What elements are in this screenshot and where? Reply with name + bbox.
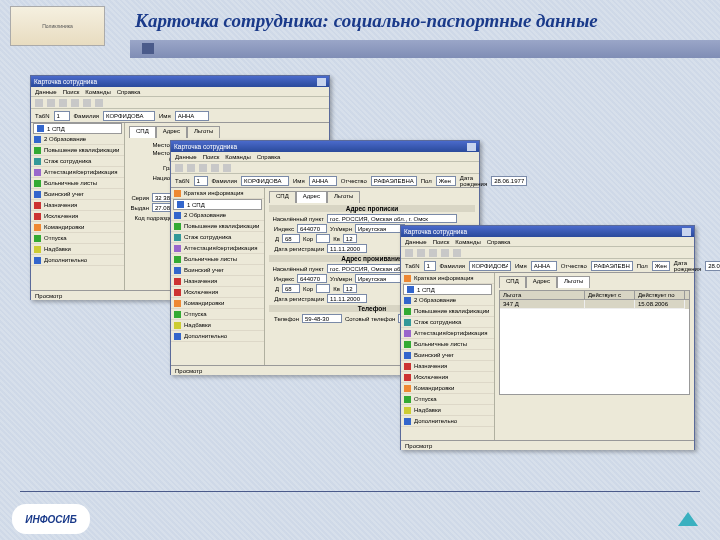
tabn-input[interactable] <box>424 261 436 271</box>
menu-item[interactable]: Справка <box>257 154 281 160</box>
datereg-input[interactable] <box>327 244 367 253</box>
sidebar-item[interactable]: Стаж сотрудника <box>171 232 264 243</box>
sidebar-item[interactable]: Больничные листы <box>171 254 264 265</box>
sidebar-item[interactable]: Исключения <box>401 372 494 383</box>
sidebar-item[interactable]: Краткая информация <box>401 273 494 284</box>
sidebar-item[interactable]: Надбавки <box>171 320 264 331</box>
tab-adres[interactable]: Адрес <box>526 276 557 288</box>
tab-adres[interactable]: Адрес <box>296 191 327 203</box>
sidebar-item-spd[interactable]: 1 СПД <box>403 284 492 295</box>
index2-input[interactable] <box>297 274 327 283</box>
toolbar-icon[interactable] <box>95 99 103 107</box>
sidebar-item[interactable]: Дополнительно <box>31 255 124 266</box>
titlebar[interactable]: Карточка сотрудника <box>171 141 479 152</box>
menu-item[interactable]: Справка <box>487 239 511 245</box>
pol-input[interactable] <box>436 176 456 186</box>
tabn-input[interactable] <box>54 111 70 121</box>
toolbar-icon[interactable] <box>429 249 437 257</box>
menu-item[interactable]: Команды <box>225 154 250 160</box>
sidebar-item[interactable]: Аттестация/сертификация <box>171 243 264 254</box>
grid-body[interactable]: 347 Д 15.08.2006 <box>499 300 690 395</box>
sidebar-item[interactable]: Стаж сотрудника <box>401 317 494 328</box>
sidebar-item[interactable]: Назначения <box>401 361 494 372</box>
menubar[interactable]: Данные Поиск Команды Справка <box>31 87 329 97</box>
sidebar-item[interactable]: 2 Образование <box>171 210 264 221</box>
toolbar-icon[interactable] <box>71 99 79 107</box>
sidebar-item[interactable]: Воинский учет <box>171 265 264 276</box>
tabn-input[interactable] <box>194 176 208 186</box>
menubar[interactable]: Данные Поиск Команды Справка <box>171 152 479 162</box>
sidebar-item-spd[interactable]: 1 СПД <box>173 199 262 210</box>
sidebar-item[interactable]: Воинский учет <box>401 350 494 361</box>
street2-input[interactable] <box>355 274 405 283</box>
sidebar-item[interactable]: Надбавки <box>31 244 124 255</box>
sidebar-item[interactable]: Стаж сотрудника <box>31 156 124 167</box>
tab-lgoty[interactable]: Льготы <box>327 191 360 203</box>
otch-input[interactable] <box>371 176 417 186</box>
toolbar-icon[interactable] <box>223 164 231 172</box>
sidebar-item[interactable]: Отпуска <box>401 394 494 405</box>
menu-item[interactable]: Поиск <box>203 154 220 160</box>
tab-spd[interactable]: СПД <box>129 126 156 138</box>
datereg2-input[interactable] <box>327 294 367 303</box>
toolbar-icon[interactable] <box>83 99 91 107</box>
menu-item[interactable]: Данные <box>405 239 427 245</box>
tab-adres[interactable]: Адрес <box>156 126 187 138</box>
korp2-input[interactable] <box>316 284 330 293</box>
menu-item[interactable]: Команды <box>85 89 110 95</box>
nav-up-icon[interactable] <box>678 512 698 526</box>
dob-input[interactable] <box>705 261 720 271</box>
tab-spd[interactable]: СПД <box>499 276 526 288</box>
menubar[interactable]: Данные Поиск Команды Справка <box>401 237 694 247</box>
sidebar-item[interactable]: Исключения <box>31 211 124 222</box>
kv-input[interactable] <box>343 234 357 243</box>
menu-item[interactable]: Поиск <box>63 89 80 95</box>
toolbar-icon[interactable] <box>405 249 413 257</box>
close-icon[interactable] <box>682 228 691 236</box>
sidebar-item-spd[interactable]: 1 СПД <box>33 123 122 134</box>
menu-item[interactable]: Данные <box>175 154 197 160</box>
kv2-input[interactable] <box>343 284 357 293</box>
index-input[interactable] <box>297 224 327 233</box>
fam-input[interactable] <box>241 176 289 186</box>
close-icon[interactable] <box>317 78 326 86</box>
name-input[interactable] <box>175 111 209 121</box>
sidebar-item[interactable]: Больничные листы <box>401 339 494 350</box>
toolbar-icon[interactable] <box>59 99 67 107</box>
sidebar-item[interactable]: Назначения <box>171 276 264 287</box>
sidebar-item[interactable]: Назначения <box>31 200 124 211</box>
sidebar-item[interactable]: Повышение квалификации <box>401 306 494 317</box>
sidebar-item[interactable]: Дополнительно <box>171 331 264 342</box>
grid-row[interactable]: 347 Д 15.08.2006 <box>500 300 689 309</box>
sidebar-item[interactable]: Командировки <box>31 222 124 233</box>
fam-input[interactable] <box>103 111 155 121</box>
sidebar-item[interactable]: Надбавки <box>401 405 494 416</box>
toolbar-icon[interactable] <box>453 249 461 257</box>
house-input[interactable] <box>282 234 300 243</box>
street-input[interactable] <box>355 224 405 233</box>
sidebar-item[interactable]: Больничные листы <box>31 178 124 189</box>
toolbar-icon[interactable] <box>199 164 207 172</box>
name-input[interactable] <box>309 176 337 186</box>
sidebar-item[interactable]: Воинский учет <box>31 189 124 200</box>
sidebar-item[interactable]: Повышение квалификации <box>171 221 264 232</box>
sidebar-item[interactable]: Аттестация/сертификация <box>401 328 494 339</box>
sidebar-item[interactable]: Повышение квалификации <box>31 145 124 156</box>
house2-input[interactable] <box>282 284 300 293</box>
tab-lgoty[interactable]: Льготы <box>557 276 590 288</box>
menu-item[interactable]: Поиск <box>433 239 450 245</box>
dob-input[interactable] <box>491 176 527 186</box>
sidebar-item[interactable]: Дополнительно <box>401 416 494 427</box>
toolbar-icon[interactable] <box>211 164 219 172</box>
toolbar-icon[interactable] <box>175 164 183 172</box>
menu-item[interactable]: Справка <box>117 89 141 95</box>
sidebar-item[interactable]: Отпуска <box>31 233 124 244</box>
titlebar[interactable]: Карточка сотрудника <box>31 76 329 87</box>
toolbar-icon[interactable] <box>35 99 43 107</box>
korp-input[interactable] <box>316 234 330 243</box>
toolbar-icon[interactable] <box>47 99 55 107</box>
titlebar[interactable]: Карточка сотрудника <box>401 226 694 237</box>
tab-lgoty[interactable]: Льготы <box>187 126 220 138</box>
nas-input[interactable] <box>327 214 457 223</box>
toolbar-icon[interactable] <box>417 249 425 257</box>
